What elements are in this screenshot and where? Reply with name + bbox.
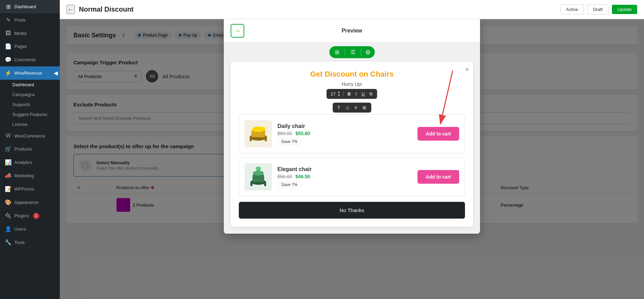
format-toolbar-2: T ◇ ≡ ⊞ [333,103,371,113]
sidebar-sub-dashboard[interactable]: Dashboard [0,80,60,90]
popup-card: × Get Discount on Chairs Hurry Up! 17 ▲ … [231,62,473,227]
top-bar: ← Normal Discount Active Draft Update [60,0,644,19]
active-button[interactable]: Active [560,4,584,14]
toolbar-group: ⊞ ☰ ⚙ [329,46,375,58]
svg-point-16 [256,167,261,170]
preview-container: → Preview ⊞ ☰ ⚙ [224,19,480,234]
sidebar-item-label: WowRevenue [14,70,42,76]
align-button[interactable]: ≡ [353,104,359,111]
sidebar-item-label: Users [14,226,26,232]
sidebar-item-label: Appearance [14,200,38,205]
font-size-value: 17 [329,91,337,97]
sidebar-item-label: Analytics [14,160,32,165]
sidebar-item-comments[interactable]: 💬 Comments [0,53,60,66]
comments-icon: 💬 [5,56,12,63]
chevron-left-icon: ◀ [54,70,58,76]
marketing-icon: 📣 [5,172,12,179]
gear-icon[interactable]: ⚙ [365,49,371,56]
sidebar-item-posts[interactable]: ✎ Posts [0,13,60,27]
sidebar-item-products[interactable]: 🛒 Products [0,142,60,156]
sidebar-item-label: Tools [14,240,25,245]
sidebar-item-label: Posts [14,17,26,23]
font-size-up[interactable]: ▲ [338,91,340,94]
wpforms-icon: 📝 [5,186,12,192]
wowrevenue-icon: ⚡ [5,70,12,76]
sidebar-item-label: Comments [14,57,36,62]
format-toolbar: 17 ▲ ▼ B I U S [327,89,377,99]
sub-label: Campaigns [12,92,35,97]
sub-label: Supports [12,102,30,107]
preview-nav-button[interactable]: → [231,24,244,38]
analytics-icon: 📊 [5,159,12,166]
sidebar-sub-suggest[interactable]: Suggest Features [0,109,60,119]
price-row-1: $60.00 $55.80 [277,131,412,136]
sidebar-item-marketing[interactable]: 📣 Marketing [0,169,60,182]
users-icon: 👤 [5,226,12,232]
svg-rect-11 [252,174,264,182]
sidebar-item-wowrevenue[interactable]: ⚡ WowRevenue ◀ [0,66,60,80]
save-badge-1: Save 7% [277,138,301,145]
draft-button[interactable]: Draft [587,4,608,14]
strikethrough-button[interactable]: S [368,90,375,98]
underline-button[interactable]: U [359,90,367,98]
sidebar-sub-campaigns[interactable]: Campaigns [0,90,60,100]
svg-rect-13 [264,181,266,186]
sidebar-item-label: Media [14,31,26,36]
svg-rect-12 [250,181,252,186]
sidebar-item-dashboard[interactable]: ⊞ Dashboard [0,0,60,13]
list-icon[interactable]: ☰ [349,48,357,56]
sidebar-item-label: Pages [14,44,27,49]
content-area: Basic Settings ℹ Product Page Pop Up Cro… [60,19,644,299]
sidebar-item-wpforms[interactable]: 📝 WPForms [0,182,60,196]
sidebar-item-pages[interactable]: 📄 Pages [0,40,60,53]
divider [345,49,345,56]
arrow-right-icon: → [234,27,241,35]
sidebar-item-media[interactable]: 🖼 Media [0,27,60,40]
close-button[interactable]: × [465,66,469,74]
tools-icon: 🔧 [5,239,12,246]
sidebar: ⊞ Dashboard ✎ Posts 🖼 Media 📄 Pages 💬 Co… [0,0,60,299]
posts-icon: ✎ [5,17,12,23]
product-name-1: Daily chair [277,123,412,129]
page-title: Normal Discount [79,5,134,13]
text-type-button[interactable]: T [335,104,342,111]
product-name-2: Elegant chair [277,166,412,172]
sidebar-item-label: Plugins [14,213,29,218]
no-thanks-button[interactable]: No Thanks [239,202,465,219]
sidebar-item-appearance[interactable]: 🎨 Appearance [0,196,60,209]
sidebar-item-plugins[interactable]: 🔌 Plugins 1 [0,209,60,222]
sidebar-item-analytics[interactable]: 📊 Analytics [0,156,60,169]
product-info-1: Daily chair $60.00 $55.80 Save 7% [277,123,412,144]
grid-icon[interactable]: ⊞ [333,48,341,56]
save-badge-2: Save 7% [277,181,301,188]
popup-headline: Get Discount on Chairs [239,70,465,79]
sidebar-item-users[interactable]: 👤 Users [0,222,60,236]
add-to-cart-button-2[interactable]: Add to cart [417,170,459,184]
sidebar-item-label: WooCommerce [14,133,45,139]
highlight-button[interactable]: ◇ [344,104,351,111]
sidebar-item-woocommerce[interactable]: W WooCommerce [0,129,60,142]
sidebar-item-tools[interactable]: 🔧 Tools [0,236,60,249]
product-info-2: Elegant chair $50.00 $46.50 Save 7% [277,166,412,187]
add-to-cart-button-1[interactable]: Add to cart [417,127,459,141]
font-size-down[interactable]: ▼ [338,94,340,97]
product-image-2 [245,163,272,191]
preview-header: → Preview [224,19,480,43]
update-button[interactable]: Update [612,5,637,14]
sidebar-sub-license[interactable]: License [0,119,60,129]
divider [343,91,344,97]
media-icon: 🖼 [5,30,12,36]
price-new-1: $55.80 [296,131,310,136]
svg-rect-5 [250,136,252,141]
pages-icon: 📄 [5,43,12,50]
sub-label: Dashboard [12,82,34,87]
sidebar-item-label: WPForms [14,186,34,192]
back-button[interactable]: ← [67,5,75,14]
bold-button[interactable]: B [345,90,353,98]
sidebar-item-label: Marketing [14,173,34,178]
more-options-button[interactable]: ⊞ [360,104,368,111]
sidebar-sub-supports[interactable]: Supports [0,100,60,109]
sidebar-item-label: Products [14,146,32,152]
italic-button[interactable]: I [354,90,359,98]
sidebar-item-label: Dashboard [14,4,36,9]
